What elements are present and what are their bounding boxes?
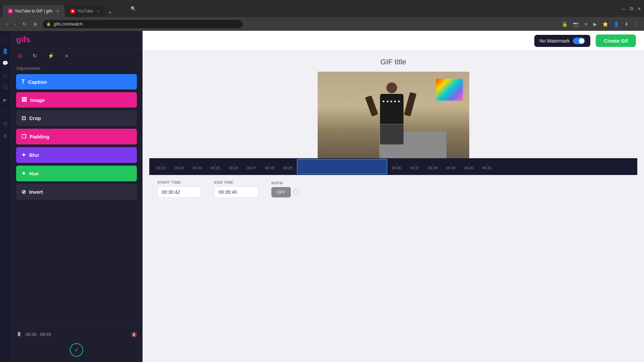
padding-label: Padding	[30, 134, 49, 139]
adjustments-section: Adjustments T Caption 🖼 Image ⊡ Crop ❒ P…	[11, 63, 142, 325]
browser-toolbar-icons: 🔒 📷 ✕ ▶ ⭐ 👤 ⬇ ⋮	[560, 20, 640, 28]
mark-0039: 00:39	[442, 163, 460, 170]
sidebar-info-icon[interactable]: ⓘ	[3, 84, 8, 90]
sidebar-home-icon[interactable]: ⌂	[4, 36, 6, 42]
padding-button[interactable]: ❒ Padding	[16, 129, 137, 144]
gif-title: GIF title	[380, 58, 406, 66]
blur-button[interactable]: ✦ Blur	[16, 147, 137, 163]
sidebar-play-icon[interactable]: ▶	[3, 97, 7, 103]
lightning-tab-icon[interactable]: ⚡	[46, 51, 56, 60]
player-section: ⏸ 00:30 : 09:55 🔇 ✓	[11, 325, 142, 362]
blur-icon: ✦	[21, 152, 26, 158]
back-button[interactable]: ‹	[4, 20, 10, 28]
left-panel: gifs ⊞ ↻ ⚡ ≡ Adjustments T Caption 🖼 Ima…	[11, 31, 143, 362]
tick	[415, 163, 415, 165]
tab-youtube-close[interactable]: ✕	[97, 9, 100, 13]
restore-icon[interactable]: ⧉	[630, 6, 633, 11]
extension-icon-4[interactable]: ▶	[592, 20, 598, 28]
profile-icon[interactable]: 👤	[612, 20, 621, 28]
main-content: No Watermark Create Gif GIF title	[143, 31, 644, 362]
minimize-icon[interactable]: —	[621, 6, 626, 11]
caption-button[interactable]: T Caption	[16, 74, 137, 89]
menu-icon[interactable]: ⋮	[633, 20, 640, 28]
mark-0022: 00:22	[152, 163, 170, 170]
tick	[270, 163, 270, 165]
sidebar-clock-icon[interactable]: ⏱	[3, 121, 8, 127]
address-bar[interactable]: 🔒 gifs.com/watch	[42, 19, 243, 29]
blur-label: Blur	[29, 152, 39, 158]
extension-icon-2[interactable]: 📷	[572, 20, 580, 28]
mark-0027: 00:27	[243, 163, 261, 170]
timeline-selection-block[interactable]	[297, 159, 387, 174]
timeline-ruler: 00:22 00:23 00:24 00:25	[149, 158, 637, 175]
mark-label-0023: 00:23	[174, 166, 184, 170]
mute-button[interactable]: 🔇	[131, 332, 137, 337]
adjustments-tab-icon[interactable]: ⊞	[16, 51, 23, 60]
timeline-section: 00:22 00:23 00:24 00:25	[149, 158, 637, 175]
tab-youtube[interactable]: ▶ YouTube ✕	[65, 5, 105, 17]
mark-label-0038: 00:38	[428, 166, 437, 170]
tick	[433, 163, 433, 165]
tick	[469, 163, 469, 165]
reload-button[interactable]: ↻	[20, 20, 29, 28]
invert-button[interactable]: ⊘ Invert	[16, 184, 137, 200]
create-gif-button[interactable]: Create Gif	[596, 35, 636, 47]
end-time-label: END TIME	[214, 180, 258, 184]
tick	[161, 163, 161, 165]
sliders-tab-icon[interactable]: ≡	[64, 52, 69, 60]
start-time-group: START TIME	[157, 180, 201, 198]
image-button[interactable]: 🖼 Image	[16, 92, 137, 108]
sidebar-instagram-icon[interactable]: ◻	[3, 72, 7, 78]
tab-gifs-favicon: G	[8, 9, 13, 13]
toggle-switch[interactable]	[573, 38, 585, 44]
extension-icon-3[interactable]: ✕	[583, 20, 589, 28]
pause-button[interactable]: ⏸	[16, 331, 22, 338]
tick	[197, 163, 198, 165]
url-text: gifs.com/watch	[54, 21, 83, 26]
gif-editor: GIF title	[143, 51, 644, 362]
crop-button[interactable]: ⊡ Crop	[16, 110, 137, 126]
video-preview	[318, 72, 469, 158]
start-time-input[interactable]	[157, 186, 201, 198]
mark-label-0028: 00:28	[265, 166, 274, 170]
art-piece	[436, 79, 463, 101]
mark-label-0026: 00:26	[229, 166, 238, 170]
mark-0028: 00:28	[261, 163, 279, 170]
sidebar-tools-icon[interactable]: ⚙	[3, 133, 7, 139]
tick	[179, 163, 179, 165]
new-tab-button[interactable]: +	[106, 8, 114, 17]
panel-tabs: ⊞ ↻ ⚡ ≡	[11, 49, 142, 63]
extension-icon-1[interactable]: 🔒	[560, 20, 569, 28]
tab-gifs-close[interactable]: ✕	[56, 9, 59, 13]
tick	[487, 163, 487, 165]
sidebar-user-icon[interactable]: 👤	[2, 48, 8, 54]
download-icon[interactable]: ⬇	[623, 20, 630, 28]
mark-label-0037: 00:37	[410, 166, 419, 170]
sidebar-icons: ⌂ 👤 💬 ◻ ⓘ ▶ ♡ ⏱ ⚙	[0, 31, 11, 362]
nsfw-info-icon[interactable]: i	[293, 189, 300, 195]
mark-0024: 00:24	[188, 163, 206, 170]
start-time-label: START TIME	[157, 180, 201, 184]
no-watermark-toggle[interactable]: No Watermark	[534, 35, 591, 47]
tab-gifs[interactable]: G YouTube to GIF | gifs ✕	[3, 5, 64, 17]
timer-tab-icon[interactable]: ↻	[31, 51, 38, 60]
invert-label: Invert	[29, 189, 43, 195]
no-watermark-label: No Watermark	[540, 38, 570, 44]
selection-range[interactable]	[297, 159, 387, 174]
mark-0026: 00:26	[224, 163, 243, 170]
end-time-input[interactable]	[214, 186, 258, 198]
sidebar-heart-icon[interactable]: ♡	[3, 109, 7, 115]
toggle-thumb	[579, 38, 584, 44]
extensions-button[interactable]: ⊞	[31, 20, 39, 28]
close-window-icon[interactable]: ✕	[637, 6, 641, 11]
hue-button[interactable]: ✦ Hue	[16, 166, 137, 181]
sidebar-message-icon[interactable]: 💬	[2, 60, 8, 66]
mark-label-0039: 00:39	[446, 166, 455, 170]
mark-0025: 00:25	[206, 163, 224, 170]
nsfw-button[interactable]: OFF	[271, 187, 291, 197]
forward-button[interactable]: ›	[12, 20, 18, 28]
timeline-marks-container: 00:22 00:23 00:24 00:25	[149, 158, 496, 175]
bookmark-icon[interactable]: ⭐	[601, 20, 609, 28]
video-frame	[318, 72, 469, 158]
app-container: ⌂ 👤 💬 ◻ ⓘ ▶ ♡ ⏱ ⚙ gifs ⊞ ↻ ⚡ ≡ Adjustmen…	[0, 31, 644, 362]
